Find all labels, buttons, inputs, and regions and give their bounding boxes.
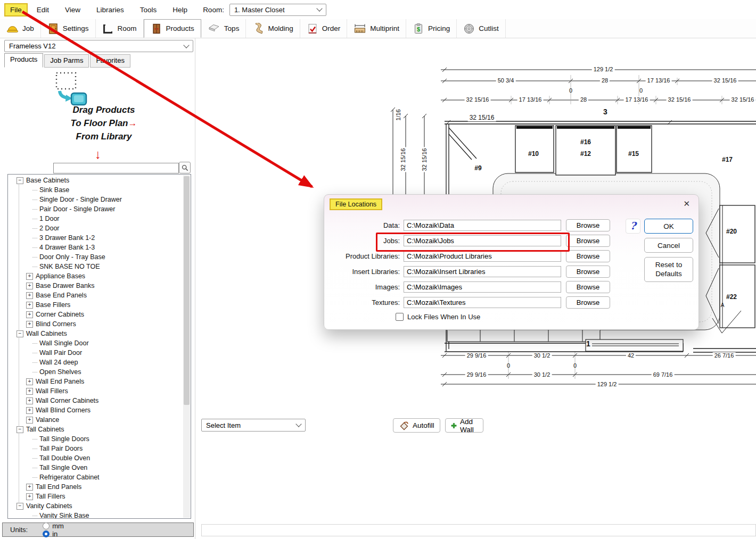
toolbar-pricing-button[interactable]: $Pricing <box>406 19 457 38</box>
data-path-input[interactable] <box>404 220 561 231</box>
expand-icon[interactable]: + <box>26 273 33 280</box>
toolbar-molding-button[interactable]: Molding <box>246 19 300 38</box>
toolbar-job-button[interactable]: Job <box>0 19 41 38</box>
library-select[interactable]: Frameless V12 <box>4 40 193 52</box>
tree-item-tall-end-panels[interactable]: +Tall End Panels <box>8 482 182 492</box>
expand-icon[interactable]: + <box>26 321 33 328</box>
menu-libraries[interactable]: Libraries <box>89 3 131 16</box>
tree-item-pair-door-single-drawer[interactable]: Pair Door - Single Drawer <box>8 204 182 214</box>
textures-browse-button[interactable]: Browse <box>566 296 610 309</box>
expand-icon[interactable]: + <box>26 378 33 385</box>
expand-icon[interactable]: + <box>26 493 33 500</box>
expand-icon[interactable]: + <box>26 484 33 491</box>
tree-item-base-drawer-banks[interactable]: +Base Drawer Banks <box>8 281 182 291</box>
tree-item-base-fillers[interactable]: +Base Fillers <box>8 300 182 310</box>
radio-icon[interactable] <box>43 530 50 537</box>
collapse-icon[interactable]: − <box>17 330 23 337</box>
toolbar-settings-button[interactable]: Settings <box>41 19 96 38</box>
tree-item-refrigerator-cabinet[interactable]: Refrigerator Cabinet <box>8 472 182 482</box>
units-radio-in[interactable]: in <box>43 530 64 538</box>
tab-favorites[interactable]: Favorites <box>90 54 130 68</box>
tree-item-tall-pair-doors[interactable]: Tall Pair Doors <box>8 444 182 453</box>
tree-item-wall-corner-cabinets[interactable]: +Wall Corner Cabinets <box>8 396 182 405</box>
tree-item-vanity-sink-base[interactable]: Vanity Sink Base <box>8 511 182 519</box>
room-select[interactable]: 1. Master Closet <box>229 4 326 16</box>
search-input[interactable] <box>53 163 179 173</box>
tree-item-tall-fillers[interactable]: +Tall Fillers <box>8 492 182 501</box>
jobs-browse-button[interactable]: Browse <box>566 235 610 247</box>
tree-item-snk-base-no-toe[interactable]: SNK BASE NO TOE <box>8 262 182 271</box>
tab-job-parms[interactable]: Job Parms <box>44 54 89 68</box>
tree-item-wall-single-door[interactable]: Wall Single Door <box>8 338 182 348</box>
expand-icon[interactable]: + <box>26 292 33 299</box>
radio-icon[interactable] <box>43 523 50 529</box>
expand-icon[interactable]: + <box>26 283 33 289</box>
tree-scrollbar[interactable] <box>183 175 190 518</box>
tree-item-open-shelves[interactable]: Open Shelves <box>8 367 182 377</box>
tree-item-wall-blind-corners[interactable]: +Wall Blind Corners <box>8 405 182 415</box>
product-libraries-browse-button[interactable]: Browse <box>566 250 610 262</box>
tree-item-2-door[interactable]: 2 Door <box>8 223 182 233</box>
expand-icon[interactable]: + <box>26 302 33 309</box>
toolbar-cutlist-button[interactable]: Cutlist <box>457 19 506 38</box>
tree-item-tall-single-doors[interactable]: Tall Single Doors <box>8 434 182 444</box>
menu-edit[interactable]: Edit <box>30 3 56 16</box>
collapse-icon[interactable]: − <box>17 503 23 510</box>
data-browse-button[interactable]: Browse <box>566 219 610 231</box>
tree-item-4-drawer-bank-1-3[interactable]: 4 Drawer Bank 1-3 <box>8 243 182 252</box>
expand-icon[interactable]: + <box>26 388 33 395</box>
autofill-button[interactable]: Autofill <box>393 418 440 433</box>
lock-files-row[interactable]: Lock Files When In Use <box>396 313 480 321</box>
menu-tools[interactable]: Tools <box>133 3 164 16</box>
tree-item-tall-single-oven[interactable]: Tall Single Oven <box>8 463 182 472</box>
toolbar-room-button[interactable]: Room <box>96 19 144 38</box>
toolbar-tops-button[interactable]: Tops <box>201 19 246 38</box>
tree-item-tall-cabinets[interactable]: −Tall Cabinets <box>8 425 182 434</box>
textures-path-input[interactable] <box>404 297 561 308</box>
collapse-icon[interactable]: − <box>17 177 23 184</box>
cancel-button[interactable]: Cancel <box>644 238 693 253</box>
close-icon[interactable]: ✕ <box>683 199 690 209</box>
expand-icon[interactable]: + <box>26 417 33 424</box>
tree-item-wall-end-panels[interactable]: +Wall End Panels <box>8 377 182 386</box>
help-button[interactable]: ? <box>626 219 640 234</box>
tree-item-door-only-tray-base[interactable]: Door Only - Tray Base <box>8 252 182 262</box>
lock-files-checkbox[interactable] <box>396 313 404 321</box>
tree-item-wall-24-deep[interactable]: Wall 24 deep <box>8 358 182 367</box>
add-wall-button[interactable]: Add Wall <box>445 418 483 433</box>
menu-help[interactable]: Help <box>166 3 194 16</box>
tree-item-single-door-single-drawer[interactable]: Single Door - Single Drawer <box>8 195 182 204</box>
tree-item-blind-corners[interactable]: +Blind Corners <box>8 319 182 329</box>
select-item-dropdown[interactable]: Select Item <box>201 419 306 432</box>
search-button[interactable] <box>179 162 191 173</box>
tree-item-wall-fillers[interactable]: +Wall Fillers <box>8 386 182 396</box>
tree-item-valance[interactable]: +Valance <box>8 415 182 425</box>
ok-button[interactable]: OK <box>644 219 693 234</box>
tree-item-sink-base[interactable]: Sink Base <box>8 185 182 195</box>
tree-item-1-door[interactable]: 1 Door <box>8 214 182 223</box>
expand-icon[interactable]: + <box>26 407 33 414</box>
expand-icon[interactable]: + <box>26 397 33 404</box>
toolbar-multiprint-button[interactable]: Multiprint <box>347 19 406 38</box>
reset-defaults-button[interactable]: Reset to Defaults <box>644 257 693 282</box>
tree-scrollbar-thumb[interactable] <box>184 176 190 405</box>
expand-icon[interactable]: + <box>26 311 33 318</box>
jobs-path-input[interactable] <box>404 235 561 246</box>
images-browse-button[interactable]: Browse <box>566 281 610 293</box>
tree-item-wall-cabinets[interactable]: −Wall Cabinets <box>8 329 182 338</box>
tree-item-wall-pair-door[interactable]: Wall Pair Door <box>8 348 182 358</box>
collapse-icon[interactable]: − <box>17 426 23 433</box>
toolbar-order-button[interactable]: Order <box>300 19 348 38</box>
tab-products[interactable]: Products <box>4 53 43 68</box>
tree-item-vanity-cabinets[interactable]: −Vanity Cabinets <box>8 501 182 511</box>
tree-item-3-drawer-bank-1-2[interactable]: 3 Drawer Bank 1-2 <box>8 233 182 243</box>
tree-item-corner-cabinets[interactable]: +Corner Cabinets <box>8 310 182 319</box>
insert-libraries-path-input[interactable] <box>404 266 561 277</box>
tree-item-tall-double-oven[interactable]: Tall Double Oven <box>8 453 182 463</box>
insert-libraries-browse-button[interactable]: Browse <box>566 266 610 278</box>
menu-file[interactable]: File <box>4 3 28 16</box>
tree-item-base-cabinets[interactable]: −Base Cabinets <box>8 176 182 185</box>
tree-item-base-end-panels[interactable]: +Base End Panels <box>8 291 182 300</box>
units-radio-mm[interactable]: mm <box>43 522 64 530</box>
tree-item-appliance-bases[interactable]: +Appliance Bases <box>8 271 182 281</box>
